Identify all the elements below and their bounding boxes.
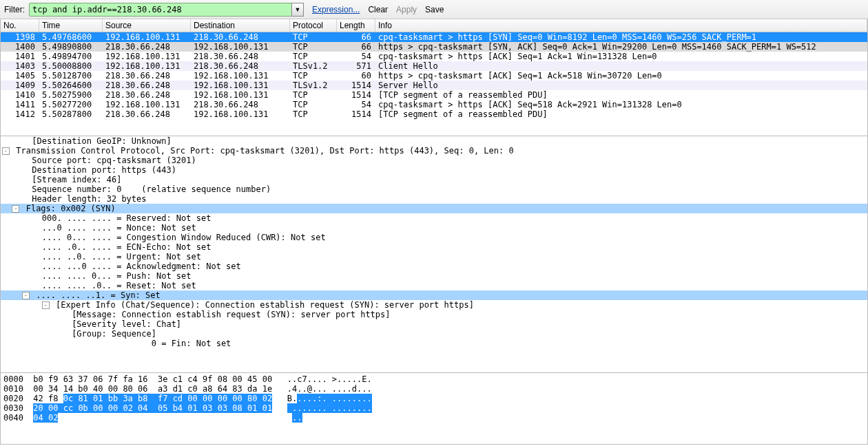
hex-dump-pane[interactable]: 0000 b0 f9 63 37 06 7f fa 16 3e c1 c4 9f… [0, 373, 868, 445]
cell-length: 66 [337, 32, 375, 42]
tree-toggle-icon[interactable]: - [12, 205, 19, 213]
cell-info: https > cpq-tasksmart [SYN, ACK] Seq=0 A… [375, 42, 867, 52]
cell-source: 218.30.66.248 [103, 81, 191, 90]
col-info[interactable]: Info [375, 19, 867, 32]
cell-time: 5.50128700 [39, 71, 103, 81]
packet-row[interactable]: 14105.50275900218.30.66.248192.168.100.1… [1, 90, 867, 100]
save-button[interactable]: Save [425, 5, 444, 14]
cell-info: Server Hello [375, 81, 867, 90]
cell-protocol: TCP [290, 71, 337, 81]
cell-destination: 218.30.66.248 [191, 100, 290, 109]
col-source[interactable]: Source [103, 19, 191, 32]
cell-info: https > cpq-tasksmart [ACK] Seq=1 Ack=51… [375, 71, 867, 81]
cell-info: cpq-tasksmart > https [ACK] Seq=1 Ack=1 … [375, 52, 867, 61]
detail-row[interactable]: [Destination GeoIP: Unknown] [1, 136, 867, 146]
expression-link[interactable]: Expression... [312, 5, 360, 14]
cell-destination: 218.30.66.248 [191, 32, 290, 42]
packet-row[interactable]: 13985.49768600192.168.100.131218.30.66.2… [1, 32, 867, 42]
packet-details-pane[interactable]: [Destination GeoIP: Unknown]- Transmissi… [0, 136, 868, 373]
detail-row[interactable]: [Severity level: Chat] [1, 319, 867, 329]
cell-no: 1398 [1, 32, 39, 42]
cell-info: [TCP segment of a reassembled PDU] [375, 90, 867, 100]
detail-row[interactable]: 0 = Fin: Not set [1, 339, 867, 348]
cell-destination: 192.168.100.131 [191, 90, 290, 100]
col-time[interactable]: Time [39, 19, 103, 32]
detail-row[interactable]: .... .... .0.. = Reset: Not set [1, 281, 867, 290]
cell-protocol: TCP [290, 52, 337, 61]
detail-row[interactable]: [Stream index: 46] [1, 175, 867, 184]
cell-no: 1405 [1, 71, 39, 81]
cell-length: 1514 [337, 109, 375, 119]
col-protocol[interactable]: Protocol [290, 19, 337, 32]
hex-row[interactable]: 0030 20 00 cc 0b 00 00 02 04 05 b4 01 03… [3, 403, 865, 413]
tree-toggle-icon[interactable]: - [42, 301, 50, 309]
detail-row[interactable]: Sequence number: 0 (relative sequence nu… [1, 184, 867, 194]
detail-row[interactable]: [Message: Connection establish request (… [1, 310, 867, 319]
packet-row[interactable]: 14055.50128700218.30.66.248192.168.100.1… [1, 71, 867, 81]
hex-row[interactable]: 0000 b0 f9 63 37 06 7f fa 16 3e c1 c4 9f… [3, 374, 865, 384]
detail-row[interactable]: .... .0.. .... = ECN-Echo: Not set [1, 242, 867, 252]
tree-toggle-icon[interactable]: - [2, 147, 10, 155]
detail-row[interactable]: .... .... 0... = Push: Not set [1, 271, 867, 281]
packet-row[interactable]: 14015.49894700192.168.100.131218.30.66.2… [1, 52, 867, 61]
detail-row[interactable]: - Transmission Control Protocol, Src Por… [1, 146, 867, 156]
tree-toggle-icon[interactable]: - [22, 292, 30, 299]
cell-length: 66 [337, 42, 375, 52]
packet-row[interactable]: 14035.50008800192.168.100.131218.30.66.2… [1, 61, 867, 71]
hex-row[interactable]: 0040 04 02 .. [3, 413, 865, 423]
cell-time: 5.49890800 [39, 42, 103, 52]
cell-time: 5.49768600 [39, 32, 103, 42]
detail-row[interactable]: - Flags: 0x002 (SYN) [1, 204, 867, 213]
cell-destination: 192.168.100.131 [191, 81, 290, 90]
detail-row[interactable]: ...0 .... .... = Nonce: Not set [1, 223, 867, 233]
packet-row[interactable]: 14115.50277200192.168.100.131218.30.66.2… [1, 100, 867, 109]
cell-info: cpq-tasksmart > https [SYN] Seq=0 Win=81… [375, 32, 867, 42]
cell-source: 192.168.100.131 [103, 52, 191, 61]
cell-time: 5.50008800 [39, 61, 103, 71]
cell-source: 218.30.66.248 [103, 90, 191, 100]
filter-dropdown-button[interactable]: ▼ [291, 3, 304, 17]
col-destination[interactable]: Destination [191, 19, 290, 32]
detail-row[interactable]: Destination port: https (443) [1, 165, 867, 175]
clear-button[interactable]: Clear [368, 5, 388, 14]
filter-input[interactable] [29, 3, 292, 17]
cell-protocol: TCP [290, 100, 337, 109]
packet-row[interactable]: 14095.50264600218.30.66.248192.168.100.1… [1, 81, 867, 90]
cell-time: 5.50277200 [39, 100, 103, 109]
cell-length: 60 [337, 71, 375, 81]
cell-time: 5.50264600 [39, 81, 103, 90]
cell-length: 1514 [337, 81, 375, 90]
cell-length: 1514 [337, 90, 375, 100]
detail-row[interactable]: Header length: 32 bytes [1, 194, 867, 204]
cell-length: 54 [337, 100, 375, 109]
packet-list-pane[interactable]: No. Time Source Destination Protocol Len… [0, 19, 868, 136]
cell-protocol: TCP [290, 42, 337, 52]
cell-protocol: TLSv1.2 [290, 61, 337, 71]
detail-row[interactable]: Source port: cpq-tasksmart (3201) [1, 156, 867, 165]
cell-source: 192.168.100.131 [103, 100, 191, 109]
detail-row[interactable]: - [Expert Info (Chat/Sequence): Connecti… [1, 300, 867, 310]
filter-label: Filter: [4, 5, 25, 14]
col-no[interactable]: No. [1, 19, 39, 32]
packet-row[interactable]: 14005.49890800218.30.66.248192.168.100.1… [1, 42, 867, 52]
detail-row[interactable]: [Group: Sequence] [1, 329, 867, 339]
cell-length: 571 [337, 61, 375, 71]
packet-row[interactable]: 14125.50287800218.30.66.248192.168.100.1… [1, 109, 867, 119]
cell-destination: 192.168.100.131 [191, 42, 290, 52]
hex-row[interactable]: 0020 42 f8 0c 81 01 bb 3a b8 f7 cd 00 00… [3, 394, 865, 403]
apply-button[interactable]: Apply [396, 5, 417, 14]
hex-row[interactable]: 0010 00 34 14 b0 40 00 80 06 a3 d1 c0 a8… [3, 384, 865, 394]
cell-no: 1401 [1, 52, 39, 61]
col-length[interactable]: Length [337, 19, 375, 32]
cell-destination: 192.168.100.131 [191, 71, 290, 81]
detail-row[interactable]: .... ...0 .... = Acknowledgment: Not set [1, 262, 867, 271]
detail-row[interactable]: - .... .... ..1. = Syn: Set [1, 290, 867, 300]
detail-row[interactable]: .... 0... .... = Congestion Window Reduc… [1, 233, 867, 242]
packet-list-header[interactable]: No. Time Source Destination Protocol Len… [1, 19, 867, 32]
cell-time: 5.49894700 [39, 52, 103, 61]
cell-info: cpq-tasksmart > https [ACK] Seq=518 Ack=… [375, 100, 867, 109]
cell-length: 54 [337, 52, 375, 61]
cell-no: 1400 [1, 42, 39, 52]
detail-row[interactable]: .... ..0. .... = Urgent: Not set [1, 252, 867, 262]
detail-row[interactable]: 000. .... .... = Reserved: Not set [1, 213, 867, 223]
